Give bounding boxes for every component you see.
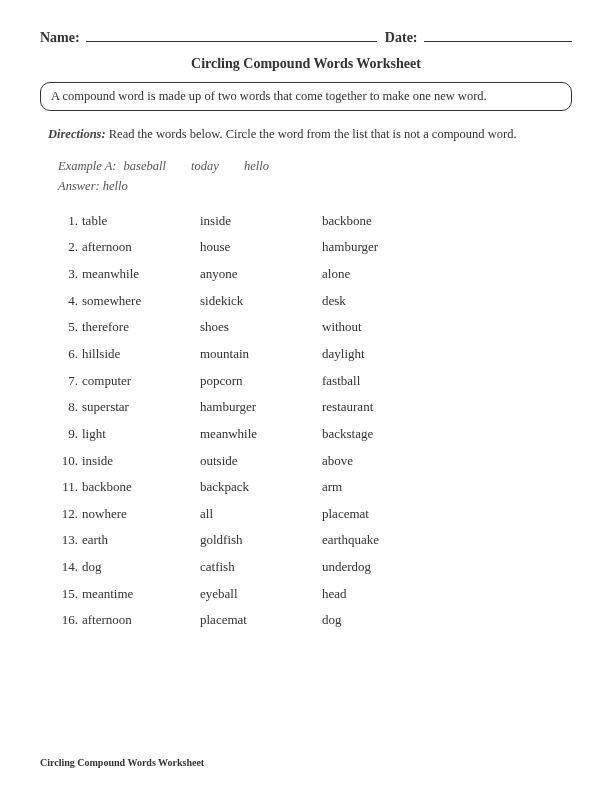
word-c[interactable]: hamburger bbox=[322, 234, 452, 261]
row-number: 4. bbox=[58, 288, 82, 315]
word-b[interactable]: shoes bbox=[200, 314, 322, 341]
word-b[interactable]: outside bbox=[200, 448, 322, 475]
name-blank[interactable] bbox=[86, 41, 377, 42]
word-c[interactable]: daylight bbox=[322, 341, 452, 368]
word-a[interactable]: inside bbox=[82, 448, 200, 475]
word-c[interactable]: restaurant bbox=[322, 394, 452, 421]
list-row: 7.computerpopcornfastball bbox=[58, 368, 554, 395]
example-label: Example A: bbox=[58, 159, 116, 173]
date-blank[interactable] bbox=[424, 41, 572, 42]
word-a[interactable]: backbone bbox=[82, 474, 200, 501]
example-w1: baseball bbox=[124, 159, 166, 173]
list-row: 16.afternoonplacematdog bbox=[58, 607, 554, 634]
list-row: 10.insideoutsideabove bbox=[58, 448, 554, 475]
word-b[interactable]: goldfish bbox=[200, 527, 322, 554]
page-title: Circling Compound Words Worksheet bbox=[40, 56, 572, 72]
list-row: 9.lightmeanwhilebackstage bbox=[58, 421, 554, 448]
word-a[interactable]: computer bbox=[82, 368, 200, 395]
word-b[interactable]: inside bbox=[200, 208, 322, 235]
row-number: 3. bbox=[58, 261, 82, 288]
row-number: 13. bbox=[58, 527, 82, 554]
word-a[interactable]: therefore bbox=[82, 314, 200, 341]
word-c[interactable]: above bbox=[322, 448, 452, 475]
info-box: A compound word is made up of two words … bbox=[40, 82, 572, 111]
word-a[interactable]: somewhere bbox=[82, 288, 200, 315]
word-b[interactable]: sidekick bbox=[200, 288, 322, 315]
word-a[interactable]: afternoon bbox=[82, 607, 200, 634]
word-a[interactable]: earth bbox=[82, 527, 200, 554]
row-number: 10. bbox=[58, 448, 82, 475]
word-c[interactable]: desk bbox=[322, 288, 452, 315]
list-row: 5.thereforeshoeswithout bbox=[58, 314, 554, 341]
list-row: 15.meantimeeyeballhead bbox=[58, 581, 554, 608]
row-number: 14. bbox=[58, 554, 82, 581]
word-b[interactable]: meanwhile bbox=[200, 421, 322, 448]
word-b[interactable]: catfish bbox=[200, 554, 322, 581]
answer-label: Answer: bbox=[58, 179, 100, 193]
list-row: 1.tableinsidebackbone bbox=[58, 208, 554, 235]
example-block: Example A: baseball today hello Answer: … bbox=[58, 156, 554, 196]
row-number: 7. bbox=[58, 368, 82, 395]
word-a[interactable]: meanwhile bbox=[82, 261, 200, 288]
row-number: 15. bbox=[58, 581, 82, 608]
example-w2: today bbox=[191, 159, 219, 173]
name-label: Name: bbox=[40, 30, 80, 46]
list-row: 13.earthgoldfishearthquake bbox=[58, 527, 554, 554]
directions-label: Directions: bbox=[48, 127, 106, 141]
row-number: 2. bbox=[58, 234, 82, 261]
row-number: 9. bbox=[58, 421, 82, 448]
row-number: 11. bbox=[58, 474, 82, 501]
word-b[interactable]: placemat bbox=[200, 607, 322, 634]
word-c[interactable]: backbone bbox=[322, 208, 452, 235]
answer-line: Answer: hello bbox=[58, 176, 554, 196]
word-b[interactable]: house bbox=[200, 234, 322, 261]
example-words: baseball today hello bbox=[124, 159, 291, 173]
list-row: 4.somewheresidekickdesk bbox=[58, 288, 554, 315]
date-group: Date: bbox=[385, 30, 572, 46]
word-c[interactable]: dog bbox=[322, 607, 452, 634]
word-c[interactable]: head bbox=[322, 581, 452, 608]
word-c[interactable]: underdog bbox=[322, 554, 452, 581]
date-label: Date: bbox=[385, 30, 418, 46]
example-line: Example A: baseball today hello bbox=[58, 156, 554, 176]
list-row: 12.nowhereallplacemat bbox=[58, 501, 554, 528]
word-b[interactable]: hamburger bbox=[200, 394, 322, 421]
example-w3: hello bbox=[244, 159, 269, 173]
footer-title: Circling Compound Words Worksheet bbox=[40, 757, 204, 768]
word-c[interactable]: alone bbox=[322, 261, 452, 288]
word-c[interactable]: arm bbox=[322, 474, 452, 501]
word-c[interactable]: earthquake bbox=[322, 527, 452, 554]
word-c[interactable]: without bbox=[322, 314, 452, 341]
row-number: 8. bbox=[58, 394, 82, 421]
name-group: Name: bbox=[40, 30, 377, 46]
word-b[interactable]: eyeball bbox=[200, 581, 322, 608]
row-number: 6. bbox=[58, 341, 82, 368]
directions-text: Read the words below. Circle the word fr… bbox=[109, 127, 517, 141]
directions: Directions: Read the words below. Circle… bbox=[48, 125, 564, 144]
list-row: 6.hillsidemountaindaylight bbox=[58, 341, 554, 368]
word-a[interactable]: dog bbox=[82, 554, 200, 581]
list-row: 8.superstarhamburgerrestaurant bbox=[58, 394, 554, 421]
word-b[interactable]: popcorn bbox=[200, 368, 322, 395]
row-number: 5. bbox=[58, 314, 82, 341]
list-row: 3.meanwhileanyonealone bbox=[58, 261, 554, 288]
word-a[interactable]: light bbox=[82, 421, 200, 448]
word-a[interactable]: meantime bbox=[82, 581, 200, 608]
word-c[interactable]: fastball bbox=[322, 368, 452, 395]
word-a[interactable]: afternoon bbox=[82, 234, 200, 261]
header-line: Name: Date: bbox=[40, 30, 572, 46]
word-a[interactable]: superstar bbox=[82, 394, 200, 421]
word-a[interactable]: table bbox=[82, 208, 200, 235]
word-b[interactable]: all bbox=[200, 501, 322, 528]
word-b[interactable]: backpack bbox=[200, 474, 322, 501]
list-row: 2.afternoonhousehamburger bbox=[58, 234, 554, 261]
word-b[interactable]: mountain bbox=[200, 341, 322, 368]
word-c[interactable]: placemat bbox=[322, 501, 452, 528]
list-row: 14.dogcatfishunderdog bbox=[58, 554, 554, 581]
word-list: 1.tableinsidebackbone2.afternoonhouseham… bbox=[58, 208, 554, 634]
word-a[interactable]: nowhere bbox=[82, 501, 200, 528]
word-c[interactable]: backstage bbox=[322, 421, 452, 448]
row-number: 16. bbox=[58, 607, 82, 634]
word-b[interactable]: anyone bbox=[200, 261, 322, 288]
word-a[interactable]: hillside bbox=[82, 341, 200, 368]
